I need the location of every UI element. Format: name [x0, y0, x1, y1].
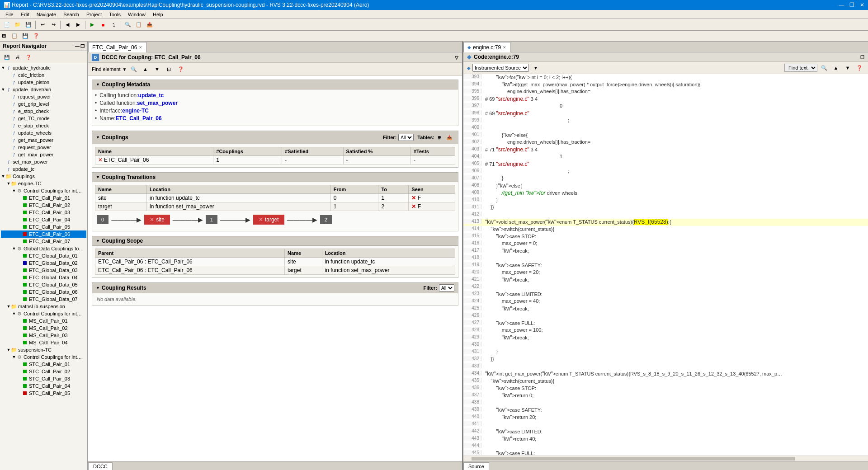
expand-icon[interactable] — [17, 384, 22, 388]
maximize-button[interactable]: ❐ — [849, 2, 854, 8]
expand-icon[interactable]: ▼ — [1, 66, 5, 70]
expand-icon[interactable] — [6, 102, 11, 106]
expand-icon[interactable] — [6, 116, 11, 121]
tree-item-ETC_Global_Data_06[interactable]: ETC_Global_Data_06 — [1, 288, 86, 296]
tree-item-STC_Call_Pair_02[interactable]: STC_Call_Pair_02 — [1, 368, 86, 375]
tree-item-couplings[interactable]: ▼📁Couplings — [1, 173, 86, 180]
couplings-export-icon[interactable]: 📤 — [444, 132, 454, 142]
expand-icon[interactable] — [17, 319, 22, 323]
tb2-btn2[interactable]: 💾 — [20, 31, 30, 41]
expand-icon[interactable] — [17, 333, 22, 338]
tree-item-ETC_Call_Pair_06[interactable]: ETC_Call_Pair_06 — [1, 230, 86, 238]
tree-item-get_grip_level[interactable]: ƒget_grip_level — [1, 100, 86, 108]
tree-item-get_max_power2[interactable]: ƒget_max_power — [1, 151, 86, 158]
menu-window[interactable]: Window — [124, 11, 149, 18]
expand-icon[interactable] — [6, 138, 11, 142]
find-next-icon[interactable]: ▼ — [152, 64, 162, 74]
expand-icon[interactable] — [17, 254, 22, 258]
tree-item-update_hydraulic[interactable]: ▼ƒupdate_hydraulic — [1, 64, 86, 71]
nav-help-icon[interactable]: ❓ — [24, 52, 33, 62]
expand-icon[interactable] — [17, 261, 22, 265]
tree-item-ctrl_couplings[interactable]: ▼⚙Control Couplings for int… — [1, 187, 86, 194]
scrollbar-thumb[interactable] — [472, 457, 795, 461]
expand-icon[interactable] — [17, 196, 22, 200]
source-type-select[interactable]: Instrumented Source — [472, 64, 529, 72]
tree-item-MS_Call_Pair_04[interactable]: MS_Call_Pair_04 — [1, 339, 86, 346]
expand-icon[interactable] — [6, 109, 11, 113]
expand-icon[interactable] — [17, 282, 22, 287]
close-button[interactable]: ✕ — [860, 2, 864, 8]
tab-close-engine[interactable]: ✕ — [503, 45, 506, 50]
tree-item-calc_friction[interactable]: ƒcalc_friction — [1, 71, 86, 79]
expand-icon[interactable] — [1, 167, 5, 171]
menu-help[interactable]: Help — [149, 11, 167, 18]
tree-item-e_stop_check[interactable]: ƒe_stop_check — [1, 108, 86, 115]
tree-item-STC_Call_Pair_05[interactable]: STC_Call_Pair_05 — [1, 390, 86, 397]
expand-icon[interactable] — [6, 145, 11, 150]
tree-item-ETC_Global_Data_04[interactable]: ETC_Global_Data_04 — [1, 274, 86, 281]
couplings-section-header[interactable]: ▼ Couplings Filter: All Tables: ⊞ 📤 — [92, 131, 458, 144]
transitions-section-header[interactable]: ▼ Coupling Transitions — [92, 172, 458, 182]
tree-item-mathsLib_suspension[interactable]: ▼📁mathsLib-suspension — [1, 303, 86, 310]
undo-button[interactable]: ↩ — [38, 20, 47, 30]
results-section-header[interactable]: ▼ Coupling Results Filter: All — [92, 282, 458, 293]
tree-item-ETC_Global_Data_07[interactable]: ETC_Global_Data_07 — [1, 296, 86, 303]
expand-icon[interactable]: ▼ — [12, 311, 16, 316]
tree-item-MS_Call_Pair_02[interactable]: MS_Call_Pair_02 — [1, 324, 86, 332]
tree-item-ETC_Call_Pair_07[interactable]: ETC_Call_Pair_07 — [1, 238, 86, 245]
tab-engine-c[interactable]: ◆ engine.c:79 ✕ — [463, 42, 510, 52]
open-button[interactable]: 📁 — [13, 20, 23, 30]
expand-icon[interactable] — [6, 131, 11, 135]
filter-button[interactable]: 🔍 — [123, 20, 133, 30]
bottom-tab-source[interactable]: Source — [463, 462, 489, 470]
find-search-icon[interactable]: 🔍 — [129, 64, 139, 74]
find-text-search-icon[interactable]: 🔍 — [819, 63, 829, 73]
horizontal-scrollbar[interactable] — [463, 456, 868, 461]
title-bar-controls[interactable]: — ❐ ✕ — [839, 2, 864, 8]
find-options-icon[interactable]: ⊡ — [164, 64, 174, 74]
nav-minimize-icon[interactable]: — — [75, 44, 80, 49]
find-text-select[interactable]: Find text — [784, 64, 817, 72]
tree-item-e_stop_check2[interactable]: ƒe_stop_check — [1, 122, 86, 129]
dccc-header-expand-icon[interactable]: ▽ — [455, 55, 458, 60]
expand-icon[interactable]: ▼ — [12, 188, 16, 193]
find-prev-icon[interactable]: ▲ — [141, 64, 151, 74]
expand-icon[interactable] — [6, 152, 11, 157]
tree-item-ETC_Call_Pair_02[interactable]: ETC_Call_Pair_02 — [1, 202, 86, 209]
tree-item-ETC_Call_Pair_03[interactable]: ETC_Call_Pair_03 — [1, 209, 86, 216]
nav-save-icon[interactable]: 💾 — [2, 52, 12, 62]
tree-item-get_max_power[interactable]: ƒget_max_power — [1, 136, 86, 144]
stop-button[interactable]: ■ — [98, 20, 108, 30]
expand-icon[interactable] — [17, 340, 22, 345]
couplings-table-icon[interactable]: ⊞ — [434, 132, 444, 142]
tree-item-update_tc[interactable]: ƒupdate_tc — [1, 165, 86, 173]
results-filter-select[interactable]: All — [439, 284, 454, 291]
export-button[interactable]: 📤 — [145, 20, 155, 30]
tree-item-update_drivetrain[interactable]: ▼ƒupdate_drivetrain — [1, 86, 86, 93]
expand-icon[interactable] — [17, 275, 22, 280]
expand-icon[interactable] — [17, 362, 22, 367]
expand-icon[interactable]: ▼ — [1, 87, 5, 92]
menu-search[interactable]: Search — [60, 11, 83, 18]
tree-item-ETC_Global_Data_01[interactable]: ETC_Global_Data_01 — [1, 252, 86, 259]
find-help-icon[interactable]: ❓ — [176, 64, 186, 74]
tree-item-ETC_Call_Pair_04[interactable]: ETC_Call_Pair_04 — [1, 216, 86, 223]
minimize-button[interactable]: — — [839, 2, 844, 8]
expand-icon[interactable] — [6, 94, 11, 99]
find-dropdown-icon[interactable]: ▼ — [123, 67, 127, 72]
tree-item-request_power[interactable]: ƒrequest_power — [1, 93, 86, 100]
nav-maximize-icon[interactable]: ❐ — [80, 44, 85, 49]
menu-edit[interactable]: Edit — [17, 11, 33, 18]
redo-button[interactable]: ↪ — [48, 20, 58, 30]
tree-item-MS_Call_Pair_03[interactable]: MS_Call_Pair_03 — [1, 332, 86, 339]
expand-icon[interactable] — [17, 225, 22, 229]
expand-icon[interactable] — [6, 73, 11, 77]
expand-icon[interactable] — [17, 376, 22, 381]
expand-icon[interactable] — [17, 391, 22, 395]
menu-file[interactable]: File — [2, 11, 17, 18]
save-button[interactable]: 💾 — [24, 20, 33, 30]
tree-item-set_max_power[interactable]: ƒset_max_power — [1, 158, 86, 165]
menu-tools[interactable]: Tools — [105, 11, 124, 18]
tree-item-get_TC_mode[interactable]: ƒget_TC_mode — [1, 115, 86, 122]
nav-print-icon[interactable]: 🖨 — [13, 52, 23, 62]
